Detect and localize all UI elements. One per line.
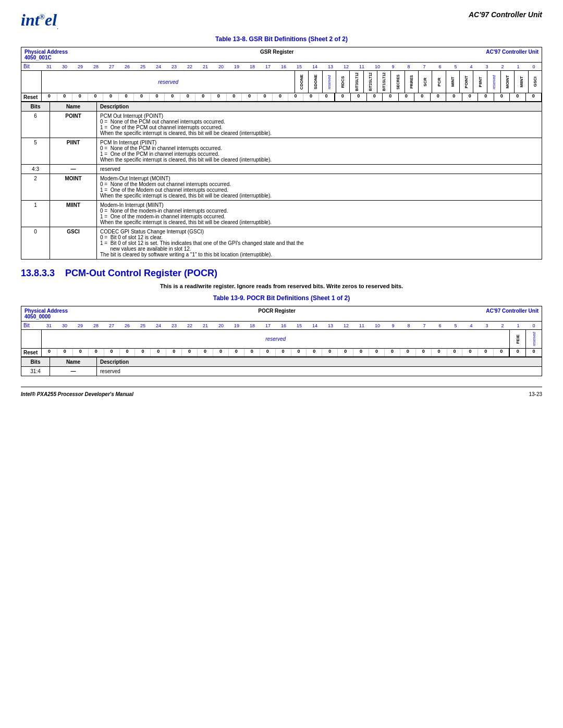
table2-reg-header: Physical Address 4050_0000 POCR Register…: [21, 306, 542, 321]
table2-reg-label: POCR Register: [258, 308, 296, 319]
section2-container: 13.8.3.3 PCM-Out Control Register (POCR)…: [21, 268, 542, 289]
bit2slt12-field: BIT2SLT12: [364, 71, 377, 93]
bit3slt12-field: BIT3SLT12: [350, 71, 363, 93]
piint-field: PIINT: [473, 71, 487, 93]
reserved-field-3: reserved: [487, 71, 501, 93]
reserved-field-t2-2: reserved: [526, 330, 542, 348]
page-footer: Intel® PXA255 Processor Developer's Manu…: [21, 387, 542, 397]
bit-label: Bit: [21, 63, 41, 70]
reset-label-2: Reset: [21, 349, 41, 356]
table2-title: Table 13-9. POCR Bit Definitions (Sheet …: [21, 294, 542, 302]
table1-unit-label: AC'97 Controller Unit: [486, 49, 538, 60]
prires-field: PRIRES: [405, 71, 419, 93]
reserved-field-2: reserved: [323, 71, 336, 93]
rdcs-field: RDCS: [336, 71, 350, 93]
mint-field: MINT: [446, 71, 460, 93]
section2-title: 13.8.3.3 PCM-Out Control Register (POCR): [21, 268, 542, 279]
feie-field: FEIE: [510, 330, 526, 348]
table-row: 31:4 — reserved: [21, 367, 542, 376]
section2-heading: PCM-Out Control Register (POCR): [65, 268, 217, 278]
cdone-field: CDONE: [295, 71, 309, 93]
sdone-field: SDONE: [309, 71, 322, 93]
table1-phys-addr-val: 4050_001C: [25, 55, 68, 60]
gsci-field: GSCI: [529, 71, 542, 93]
table-row: 1 MIINT Modem-In Interrupt (MIINT) 0 = N…: [21, 201, 542, 227]
page-header: int®el. AC'97 Controller Unit: [21, 10, 542, 30]
desc-header-2: Description: [97, 357, 542, 367]
footer-left: Intel® PXA255 Processor Developer's Manu…: [21, 391, 133, 397]
secres-field: SECRES: [391, 71, 405, 93]
table1-title: Table 13-8. GSR Bit Definitions (Sheet 2…: [21, 35, 542, 43]
reserved-field-t2-1: reserved: [42, 330, 510, 348]
section2-para: This is a read/write register. Ignore re…: [21, 283, 542, 289]
reserved-field-1: reserved: [42, 71, 295, 93]
footer-right: 13-23: [529, 391, 542, 397]
miint-field: MIINT: [515, 71, 528, 93]
moint-field: MOINT: [501, 71, 515, 93]
table-row: 5 PIINT PCM In Interrupt (PIINT) 0 = Non…: [21, 138, 542, 165]
table2-unit-label: AC'97 Controller Unit: [486, 308, 538, 319]
table1-reg-header: Physical Address 4050_001C GSR Register …: [21, 47, 542, 62]
name-header: Name: [50, 102, 97, 112]
header-title: AC'97 Controller Unit: [469, 10, 542, 19]
point-field: POINT: [460, 71, 473, 93]
name-header-2: Name: [50, 357, 97, 367]
table2-phys-addr-val: 4050_0000: [25, 314, 68, 319]
table-row: 2 MOINT Modem-Out Interrupt (MOINT) 0 = …: [21, 174, 542, 201]
bit-label-2: Bit: [21, 322, 41, 329]
table-row: 0 GSCI CODEC GPI Status Change Interrupt…: [21, 227, 542, 260]
intel-logo: int®el.: [21, 10, 58, 30]
table2-phys-addr-label: Physical Address: [25, 308, 68, 314]
desc-header: Description: [97, 102, 542, 112]
section2-number: 13.8.3.3: [21, 268, 55, 278]
bits-header-2: Bits: [21, 357, 50, 367]
table-row: 4:3 — reserved: [21, 165, 542, 174]
bit-31: 31: [41, 64, 57, 69]
table1-desc: Bits Name Description 6 POINT PCM Out In…: [21, 102, 542, 260]
pcr-field: PCR: [432, 71, 446, 93]
table-row: 6 POINT PCM Out Interrupt (POINT) 0 = No…: [21, 112, 542, 138]
bits-header: Bits: [21, 102, 50, 112]
table2-desc: Bits Name Description 31:4 — reserved: [21, 357, 542, 376]
table1-phys-addr-label: Physical Address: [25, 49, 68, 55]
scr-field: SCR: [419, 71, 432, 93]
bit1slt12-field: BIT1SLT12: [377, 71, 391, 93]
table1-reg-label: GSR Register: [260, 49, 293, 60]
reset-label: Reset: [21, 93, 41, 101]
